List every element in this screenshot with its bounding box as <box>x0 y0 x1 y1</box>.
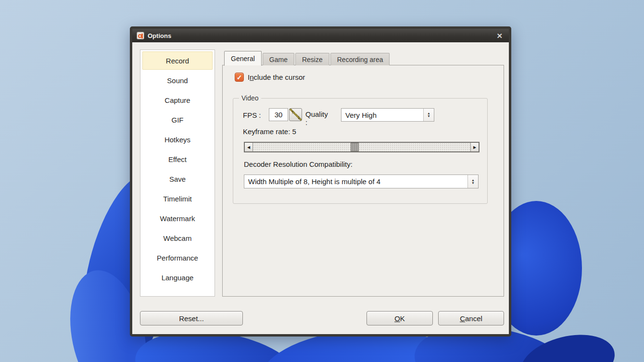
check-icon: ✓ <box>237 74 242 81</box>
quality-spinner[interactable]: ▲ ▼ <box>423 109 434 121</box>
spin-down-icon: ▼ <box>427 115 430 118</box>
sidebar-item-sound[interactable]: Sound <box>142 71 213 89</box>
fps-spinner[interactable]: ↑ ↓ <box>289 108 302 121</box>
spin-down-icon: ▼ <box>471 182 475 185</box>
app-icon <box>137 32 144 39</box>
sidebar-item-webcam[interactable]: Webcam <box>142 229 213 247</box>
quality-select[interactable]: Very High ▲ ▼ <box>341 108 434 122</box>
close-icon[interactable]: ✕ <box>494 31 505 40</box>
keyframe-rate-label: Keyframe rate: 5 <box>243 127 296 136</box>
fps-label: FPS : <box>243 111 261 119</box>
sidebar-item-watermark[interactable]: Watermark <box>142 209 213 227</box>
fps-quality-row: FPS : 30 ↑ ↓ Quality : Very High ▲ ▼ <box>243 108 261 122</box>
spin-down-icon[interactable]: ↓ <box>297 114 300 121</box>
dialog-client: Record Sound Capture GIF Hotkeys Effect … <box>132 42 509 334</box>
sidebar-item-record[interactable]: Record <box>142 51 213 70</box>
sidebar-item-effect[interactable]: Effect <box>142 150 213 168</box>
tab-bar: General Game Resize Recording area <box>224 50 391 65</box>
decoder-spinner[interactable]: ▲ ▼ <box>467 175 478 188</box>
sidebar-item-gif[interactable]: GIF <box>142 111 213 129</box>
include-cursor-label: Include the cursor <box>248 73 305 81</box>
tab-general[interactable]: General <box>224 51 262 66</box>
quality-label: Quality : <box>305 110 328 126</box>
cancel-button[interactable]: Cancel <box>438 311 504 325</box>
options-dialog: Options ✕ Record Sound Capture GIF Hotke… <box>130 26 511 337</box>
sidebar-item-performance[interactable]: Performance <box>142 249 213 267</box>
decoder-compat-label: Decoder Resolution Compatibility: <box>244 160 353 168</box>
tab-resize[interactable]: Resize <box>295 53 329 65</box>
keyframe-slider-track[interactable] <box>253 143 470 151</box>
sidebar-item-save[interactable]: Save <box>142 170 213 188</box>
decoder-compat-value: Width Multiple of 8, Height is multiple … <box>244 177 467 186</box>
include-cursor-row: ✓ Include the cursor <box>235 73 305 82</box>
slider-left-arrow-icon[interactable]: ◀ <box>245 143 253 151</box>
window-title: Options <box>148 32 171 39</box>
quality-value: Very High <box>341 111 423 119</box>
titlebar[interactable]: Options ✕ <box>132 29 509 42</box>
tab-game[interactable]: Game <box>263 53 294 65</box>
video-group-label: Video <box>239 94 261 102</box>
category-list: Record Sound Capture GIF Hotkeys Effect … <box>140 50 215 297</box>
sidebar-item-timelimit[interactable]: Timelimit <box>142 189 213 208</box>
tab-recording-area[interactable]: Recording area <box>330 53 390 65</box>
include-cursor-checkbox[interactable]: ✓ <box>235 73 244 82</box>
ok-button[interactable]: OK <box>366 311 433 325</box>
keyframe-slider[interactable]: ◀ ▶ <box>244 142 480 152</box>
fps-input[interactable]: 30 <box>269 108 288 121</box>
general-tab-panel: ✓ Include the cursor Video FPS : 30 ↑ ↓ … <box>222 65 504 297</box>
spin-up-icon[interactable]: ↑ <box>291 109 294 115</box>
slider-right-arrow-icon[interactable]: ▶ <box>470 143 479 151</box>
keyframe-slider-thumb[interactable] <box>351 143 359 151</box>
video-groupbox: Video FPS : 30 ↑ ↓ Quality : Very High ▲… <box>233 98 488 204</box>
decoder-compat-select[interactable]: Width Multiple of 8, Height is multiple … <box>244 175 479 188</box>
sidebar-item-hotkeys[interactable]: Hotkeys <box>142 130 213 149</box>
reset-button[interactable]: Reset... <box>140 311 243 325</box>
sidebar-item-capture[interactable]: Capture <box>142 91 213 109</box>
sidebar-item-language[interactable]: Language <box>142 268 213 287</box>
